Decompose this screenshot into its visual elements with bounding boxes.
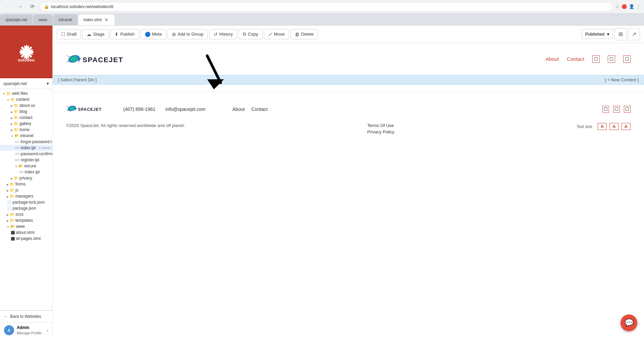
tree-all-pages-stml[interactable]: ⬛ all-pages.stml bbox=[0, 236, 52, 242]
delete-button[interactable]: 🗑 Delete bbox=[290, 29, 318, 39]
chat-bubble-button[interactable]: 💬 bbox=[620, 314, 637, 331]
back-to-websites-btn[interactable]: ← Back to Websites bbox=[0, 310, 52, 322]
chevron-right-icon bbox=[11, 103, 13, 108]
tree-www[interactable]: 📂 www bbox=[0, 223, 52, 229]
move-button[interactable]: ⤢ Move bbox=[264, 29, 289, 39]
back-button[interactable]: ← bbox=[3, 2, 13, 11]
draft-button[interactable]: ☐ Draft bbox=[57, 29, 81, 39]
tree-package-lock[interactable]: 📄 package-lock.json bbox=[0, 199, 52, 205]
new-content-label[interactable]: [ + New Content ] bbox=[605, 77, 639, 82]
tree-home[interactable]: 📁 home bbox=[0, 127, 52, 133]
tree-about-stml[interactable]: ⬛ about.stml bbox=[0, 229, 52, 236]
text-size-controls: Text size A A A bbox=[577, 123, 631, 130]
copy-button[interactable]: ⧉ Copy bbox=[238, 29, 262, 39]
admin-profile-btn[interactable]: A Admin Manage Profile › bbox=[0, 322, 52, 338]
draft-icon: ☐ bbox=[61, 32, 65, 37]
footer-social-icon-3[interactable]: ☐ bbox=[624, 106, 631, 113]
tree-package-label: package.json bbox=[12, 206, 36, 211]
nav-icon-3[interactable]: ☐ bbox=[623, 55, 631, 63]
folder-icon: 📁 bbox=[10, 218, 14, 223]
site-selector[interactable]: spacejet.net ▾ bbox=[0, 78, 52, 89]
preview-wrapper: SPACEJET About bbox=[53, 43, 644, 144]
external-link-button[interactable]: ↗ bbox=[628, 28, 640, 40]
history-button[interactable]: ↺ History bbox=[209, 29, 237, 39]
tree-templates[interactable]: 📁 templates bbox=[0, 217, 52, 223]
privacy-link[interactable]: Privacy Policy bbox=[367, 129, 395, 134]
star-icon[interactable]: ☆ bbox=[615, 4, 619, 9]
tree-secure-index-tpl[interactable]: </> index.tpl bbox=[0, 169, 52, 175]
tree-register[interactable]: </> register.tpl bbox=[0, 157, 52, 163]
tree-managers[interactable]: 📁 managers bbox=[0, 193, 52, 199]
nav-contact-link[interactable]: Contact bbox=[567, 56, 584, 62]
tree-about-us-label: about-us bbox=[19, 103, 35, 108]
footer-contact-link[interactable]: Contact bbox=[251, 107, 268, 112]
select-parent-label[interactable]: [ Select Parent Div ] bbox=[58, 77, 97, 82]
tree-intranet[interactable]: 📂 intranet bbox=[0, 133, 52, 139]
folder-open-icon: 📂 bbox=[14, 134, 19, 138]
tab-close-icon[interactable]: ✕ bbox=[104, 17, 109, 23]
forward-button[interactable]: → bbox=[15, 2, 25, 11]
tree-contact[interactable]: 📁 contact bbox=[0, 115, 52, 121]
tree-scss[interactable]: 📁 scss bbox=[0, 211, 52, 217]
nav-icon-2[interactable]: ☐ bbox=[608, 55, 615, 63]
tree-js[interactable]: 📁 js bbox=[0, 187, 52, 193]
text-size-small-btn[interactable]: A bbox=[598, 123, 607, 130]
main-container: solodev. spacejet.net ▾ 📁 web files 📁 co… bbox=[0, 26, 644, 338]
footer-about-link[interactable]: About bbox=[232, 107, 245, 112]
published-select[interactable]: Published ▾ bbox=[582, 29, 613, 39]
tab-spacejet[interactable]: spacejet.net bbox=[0, 14, 33, 25]
tree-web-files[interactable]: 📁 web files bbox=[0, 90, 52, 96]
chevron-right-icon bbox=[11, 122, 13, 126]
text-size-large-btn[interactable]: A bbox=[622, 123, 631, 130]
reload-button[interactable]: ⟳ bbox=[28, 2, 37, 11]
grid-view-button[interactable]: ⊞ bbox=[614, 28, 627, 40]
meta-label: Meta bbox=[152, 32, 162, 37]
tree-contact-label: contact bbox=[19, 115, 33, 120]
folder-open-icon: 📂 bbox=[18, 164, 23, 168]
tab-index-stml[interactable]: index.stml ✕ bbox=[78, 14, 114, 25]
address-bar[interactable]: 🔒 localhost.solodev.net/websites/8 bbox=[40, 2, 613, 11]
sidebar-logo: solodev. bbox=[0, 26, 53, 78]
tree-content[interactable]: 📁 content bbox=[0, 96, 52, 102]
tree-forgot-password-label: forgot-password.t… bbox=[20, 139, 52, 144]
menu-icon[interactable]: ⋮ bbox=[636, 4, 641, 9]
stage-button[interactable]: ☁ Stage bbox=[82, 29, 109, 39]
footer-social-icon-1[interactable]: ☐ bbox=[602, 106, 609, 113]
tree-index-tpl[interactable]: </> index.tpl ←―― bbox=[0, 145, 52, 151]
code-file-icon: </> bbox=[15, 158, 19, 162]
site-selector-chevron: ▾ bbox=[47, 81, 49, 86]
tree-secure-label: secure bbox=[24, 164, 36, 168]
publish-button[interactable]: ⬆ Publish bbox=[110, 29, 139, 39]
tree-password-confirm[interactable]: </> password-confirm… bbox=[0, 151, 52, 157]
folder-icon: 📁 bbox=[14, 103, 18, 108]
text-size-medium-btn[interactable]: A bbox=[609, 123, 618, 130]
tab-intranet[interactable]: intranet bbox=[53, 14, 78, 25]
tree-forms[interactable]: 📁 forms bbox=[0, 181, 52, 187]
svg-marker-12 bbox=[78, 55, 81, 62]
tab-www[interactable]: www bbox=[33, 14, 53, 25]
tree-gallery[interactable]: 📁 gallery bbox=[0, 121, 52, 127]
tree-privacy[interactable]: 📁 privacy bbox=[0, 175, 52, 181]
tree-about-us[interactable]: 📁 about-us bbox=[0, 102, 52, 109]
publish-label: Publish bbox=[120, 32, 135, 37]
tree-secure-index-tpl-label: index.tpl bbox=[25, 170, 40, 174]
select-parent-bar: [ Select Parent Div ] [ + New Content ] bbox=[53, 75, 644, 85]
svg-marker-20 bbox=[75, 106, 77, 111]
spacejet-logo-svg: SPACEJET bbox=[66, 50, 127, 68]
tree-forgot-password[interactable]: </> forgot-password.t… bbox=[0, 139, 52, 145]
extension-icon[interactable]: 🔴 bbox=[622, 4, 627, 9]
footer-social-icon-2[interactable]: ☐ bbox=[613, 106, 620, 113]
tree-package-lock-label: package-lock.json bbox=[12, 200, 45, 205]
meta-button[interactable]: 🔵 Meta bbox=[140, 29, 166, 39]
tree-home-label: home bbox=[19, 127, 30, 132]
chevron-right-icon bbox=[7, 218, 9, 222]
profile-icon[interactable]: 👤 bbox=[629, 4, 634, 9]
tree-blog[interactable]: 📁 blog bbox=[0, 109, 52, 115]
tree-package[interactable]: 📄 package.json bbox=[0, 205, 52, 211]
tree-index-tpl-label: index.tpl bbox=[20, 145, 36, 150]
add-to-group-button[interactable]: ⊞ Add to Group bbox=[168, 29, 208, 39]
nav-icon-1[interactable]: ☐ bbox=[592, 55, 600, 63]
nav-about-link[interactable]: About bbox=[546, 56, 559, 62]
terms-link[interactable]: Terms Of Use bbox=[367, 123, 395, 128]
tree-secure[interactable]: 📂 secure bbox=[0, 163, 52, 169]
